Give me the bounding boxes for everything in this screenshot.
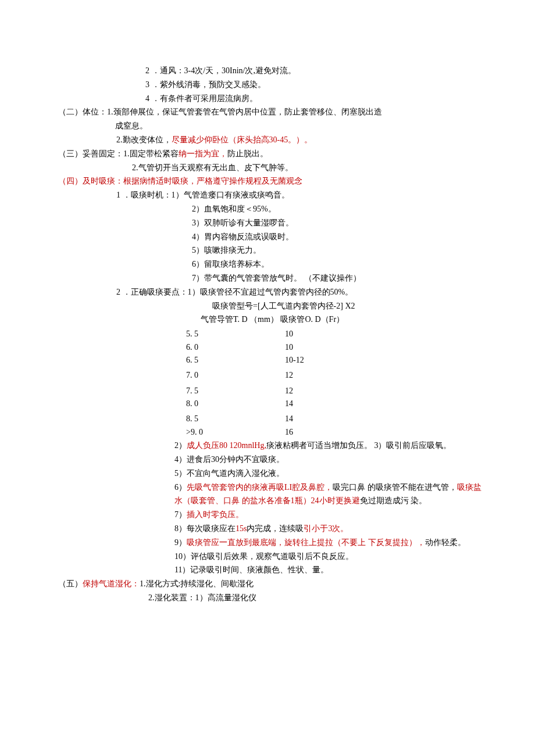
cell: 12	[285, 385, 343, 397]
cell: 12	[285, 369, 343, 382]
highlight-text: 吸痰管应一直放到最底端，旋转往上提拉（不要上 下反复提拉），	[187, 538, 425, 547]
section-5-humidification: （五）保持气道湿化：1.湿化方式:持续湿化、间歇湿化	[49, 577, 483, 591]
cell: >9. 0	[186, 426, 285, 439]
cell: 8. 0	[186, 397, 285, 410]
cell: 14	[285, 397, 343, 410]
text: 吸完口鼻 的吸痰管不能在进气管，	[333, 483, 457, 492]
table-row: 6. 510-12	[186, 354, 483, 367]
text-line: 8）每次吸痰应在15s内完成，连续吸引小于3次。	[49, 522, 483, 536]
cell: 6. 5	[186, 354, 285, 367]
table-row: >9. 016	[186, 426, 483, 439]
cell: 14	[285, 413, 343, 425]
text-line: 4 ．有条件者可采用层流病房。	[49, 92, 483, 106]
cell: 10	[285, 341, 343, 354]
section-2-posture: （二）体位：1.颈部伸展位，保证气管套管在气管内居中位置，防止套管移位、闭塞脱出…	[49, 105, 483, 133]
text: 内完成，连续吸	[247, 524, 304, 533]
highlight-text: 保持气道湿化：	[83, 579, 140, 588]
text-line: 11）记录吸引时间、痰液颜色、性状、量。	[49, 563, 483, 577]
text-line: 2）成人负压80 120mnlHg,痰液粘稠者可适当增加负压。 3）吸引前后应吸…	[49, 439, 483, 453]
text-line: 9）吸痰管应一直放到最底端，旋转往上提拉（不要上 下反复提拉），动作轻柔。	[49, 536, 483, 550]
highlight-text: 先吸气管套管内的痰液再吸LI腔及鼻腔，	[187, 483, 333, 492]
text: （二）体位：1.颈部伸展位，保证气管套管在气管内居中位置，防止套管移位、闭塞脱出…	[58, 108, 382, 116]
highlight-text: 尽量减少仰卧位（床头抬高30-45。）。	[172, 135, 313, 144]
table-header: 气管导管T. D （mm） 吸痰管O. D（Fr）	[49, 313, 483, 327]
cell: 7. 0	[186, 369, 285, 382]
text: 成窒息。	[58, 119, 483, 133]
text-line: 7）带气囊的气管套管放气时。 （不建议操作）	[49, 271, 483, 285]
text: 2.勤改变体位，	[116, 135, 172, 144]
text-line: 2 ．正确吸痰要点：1）吸痰管径不宜超过气管内套管内径的50%。	[49, 285, 483, 299]
cell: 10	[285, 328, 343, 341]
text: （五）	[58, 579, 83, 588]
text-line: 2.湿化装置：1）高流量湿化仪	[49, 591, 483, 605]
text-line: 4）进食后30分钟内不宜吸痰。	[49, 453, 483, 467]
document-page: 2 ．通风：3-4次/天，30Inin/次,避免对流。 3 ．紫外线消毒，预防交…	[0, 0, 535, 640]
suction-size-table: 5. 510 6. 010 6. 510-12 7. 012 7. 512 8.…	[49, 328, 483, 439]
text-line: 4）胃内容物反流或误吸时。	[49, 230, 483, 244]
text: 防止脱出。	[227, 149, 268, 158]
text: 7）	[174, 510, 187, 519]
cell: 16	[285, 426, 343, 439]
table-row: 7. 512	[186, 385, 483, 397]
text-line: 5）不宜向气道内滴入湿化液。	[49, 467, 483, 481]
highlight-text: 成人负压80 120mnlHg,	[187, 441, 266, 450]
highlight-text: 引小于3次。	[304, 524, 348, 533]
text-line: 7）插入时零负压。	[49, 508, 483, 522]
text: 6）	[174, 483, 187, 492]
text: 1.湿化方式:持续湿化、间歇湿化	[140, 579, 254, 588]
cell: 6. 0	[186, 341, 285, 354]
text-line: 2.勤改变体位，尽量减少仰卧位（床头抬高30-45。）。	[49, 133, 483, 147]
cell: 7. 5	[186, 385, 285, 397]
highlight-text: 插入时零负压。	[187, 510, 244, 519]
text-line: 6）留取痰培养标本。	[49, 257, 483, 271]
text-line: 3 ．紫外线消毒，预防交叉感染。	[49, 78, 483, 92]
text-line: 6）先吸气管套管内的痰液再吸LI腔及鼻腔，吸完口鼻 的吸痰管不能在进气管，吸痰盐…	[49, 481, 483, 508]
text-line: 2.气管切开当天观察有无出血、皮下气肿等。	[49, 161, 483, 175]
text: 2）	[174, 441, 187, 450]
text: 8）每次吸痰应在	[174, 524, 236, 533]
table-row: 8. 014	[186, 397, 483, 410]
highlight-text: 15s	[236, 524, 247, 533]
section-3-fixation: （三）妥善固定：1.固定带松紧容纳一指为宜，防止脱出。	[49, 147, 483, 161]
text-line: 2）血氧饱和度＜95%。	[49, 202, 483, 216]
text: 痰液粘稠者可适当增加负压。 3）吸引前后应吸氧。	[266, 441, 452, 450]
text-line: 10）评估吸引后效果，观察气道吸引后不良反应。	[49, 550, 483, 564]
text: 免过期造成污 染。	[360, 496, 427, 505]
highlight-text: 纳一指为宜，	[179, 149, 227, 158]
table-row: 6. 010	[186, 341, 483, 354]
text: 9）	[174, 538, 187, 547]
text-line: 吸痰管型号=[人工气道内套管内径-2] X2	[49, 299, 483, 313]
section-4-suction: （四）及时吸痰：根据病情适时吸痰，严格遵守操作规程及无菌观念	[49, 174, 483, 188]
text-line: 2 ．通风：3-4次/天，30Inin/次,避免对流。	[49, 64, 483, 78]
cell: 8. 5	[186, 413, 285, 425]
text-line: 5）咳嗽排痰无力。	[49, 243, 483, 257]
text-line: 3）双肺听诊有大量湿啰音。	[49, 216, 483, 230]
table-row: 7. 012	[186, 369, 483, 382]
table-row: 5. 510	[186, 328, 483, 341]
cell: 10-12	[285, 354, 343, 367]
text: 动作轻柔。	[425, 538, 466, 547]
text: （三）妥善固定：1.固定带松紧容	[58, 149, 179, 158]
table-row: 8. 514	[186, 413, 483, 425]
cell: 5. 5	[186, 328, 285, 341]
text-line: 1 ．吸痰时机：1）气管造瘘口有痰液或痰鸣音。	[49, 188, 483, 202]
